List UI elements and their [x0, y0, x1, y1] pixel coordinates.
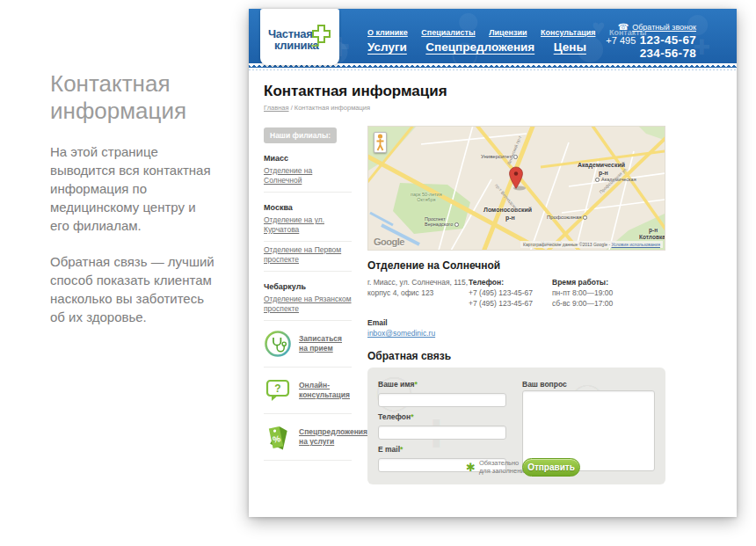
- branch-link-kurchatova[interactable]: Отделение на ул. Курчатова: [264, 212, 352, 242]
- callback-link[interactable]: Обратный звонок: [632, 23, 696, 32]
- pegman-icon: [374, 133, 386, 152]
- email-field-label: E mail*: [378, 445, 506, 454]
- branch-city-chebarkul: Чебаркуль: [264, 282, 352, 291]
- breadcrumb-home-link[interactable]: Главная: [264, 104, 289, 112]
- page-content: Контактная информация Главная / Контактн…: [249, 83, 737, 484]
- nav-consultation[interactable]: Консультация: [541, 28, 596, 37]
- question-bubble-icon: ?: [264, 376, 292, 404]
- department-section: Отделение на Солнечной г. Миасс, ул. Сол…: [367, 259, 665, 339]
- map-label-profsoyuznaya: Профсоюзная: [547, 215, 589, 220]
- map-label-akademichesky: Академический: [578, 162, 625, 168]
- map-label-akademichesky-rn: р-н: [599, 170, 608, 176]
- breadcrumb: Главная / Контактная информация: [264, 104, 722, 112]
- map-label-kotlovka-rn: р-н: [649, 227, 658, 233]
- breadcrumb-separator: /: [291, 104, 293, 112]
- map-attribution: Картографические данные ©2013 Google - У…: [520, 241, 663, 248]
- nav-licenses[interactable]: Лицензии: [489, 28, 527, 37]
- google-logo: Google: [374, 237, 404, 247]
- feedback-section: Обратная связь Ваше имя* Телефон* E mail…: [367, 350, 665, 484]
- submit-button[interactable]: Отправить: [522, 458, 580, 477]
- page-title: Контактная информация: [264, 83, 722, 100]
- nav-prices[interactable]: Цены: [554, 40, 586, 54]
- branches-header-badge: Наши филиалы:: [264, 127, 337, 143]
- callback-row: ☎Обратный звонок: [618, 22, 696, 32]
- nav-services[interactable]: Услуги: [367, 40, 407, 54]
- annotation-panel: Контактная информация На этой странице в…: [50, 70, 217, 326]
- site-header: Частная клиника О клинике Специалисты Ли…: [249, 9, 737, 69]
- map-label-park: парк 50-летияОктября: [411, 192, 442, 202]
- phone-input[interactable]: [378, 426, 506, 440]
- phone-number-2: 234-56-78: [640, 47, 696, 60]
- map-terms-link[interactable]: Условия использования: [612, 242, 661, 247]
- percent-tag-icon: %: [264, 423, 292, 451]
- nav-special-offers[interactable]: Спецпредложения: [425, 40, 534, 54]
- branch-city-miass: Миасс: [264, 154, 352, 163]
- name-field-label: Ваше имя*: [378, 380, 506, 389]
- main-column: Университет Академический р-н Академичес…: [367, 126, 665, 484]
- nav-specialists[interactable]: Специалисты: [421, 28, 475, 37]
- phone-prefix: +7 495: [606, 35, 636, 46]
- branch-link-ryazansky[interactable]: Отделение на Рязанском проспекте: [264, 291, 352, 321]
- required-asterisk-icon: ✱: [466, 461, 476, 474]
- logo[interactable]: Частная клиника: [260, 9, 339, 65]
- name-input[interactable]: [378, 393, 506, 407]
- metro-station-icon: [583, 215, 587, 220]
- phone-field-label: Телефон*: [378, 412, 506, 421]
- quick-link-special-offers-label[interactable]: Спецпредложения на услуги: [299, 427, 367, 447]
- department-title: Отделение на Солнечной: [367, 259, 665, 272]
- quick-link-appointment[interactable]: Записаться на прием: [264, 321, 352, 368]
- quick-link-online-consultation[interactable]: ? Онлайн-консультация: [264, 368, 352, 414]
- department-phones: Телефон: +7 (495) 123-45-67 +7 (495) 123…: [469, 277, 552, 309]
- map-label-lomonosovsky-rn: р-н: [505, 215, 515, 221]
- metro-station-icon: [454, 222, 459, 227]
- branch-link-pervy-prospekt[interactable]: Отделение на Первом проспекте: [264, 242, 352, 272]
- branches-sidebar: Наши филиалы: Миасс Отделение на Солнечн…: [264, 126, 352, 484]
- header-dotted-line: [249, 69, 737, 70]
- annotation-paragraph-2: Обратная связь — лучший способ показать …: [50, 252, 217, 326]
- annotation-paragraph-1: На этой странице выводится вся контактна…: [50, 142, 217, 235]
- medical-cross-icon: [311, 23, 334, 49]
- department-hours: Время работы: пн-пт 8:00—19:00 сб-вс 9:0…: [552, 277, 613, 309]
- quick-link-online-consultation-label[interactable]: Онлайн-консультация: [299, 381, 352, 400]
- department-email-link[interactable]: inbox@somedinic.ru: [367, 329, 435, 338]
- map-label-lomonosovsky: Ломоносовский: [483, 207, 532, 213]
- nav-about[interactable]: О клинике: [367, 28, 408, 37]
- question-mark-glyph: ?: [274, 382, 280, 395]
- pegman-control[interactable]: [374, 132, 387, 153]
- breadcrumb-current: Контактная информация: [294, 104, 370, 112]
- main-nav: Услуги Спецпредложения Цены: [367, 39, 601, 55]
- metro-station-icon: [595, 178, 600, 182]
- question-field-label: Ваш вопрос: [522, 380, 655, 389]
- phone-icon: ☎: [618, 22, 629, 32]
- branch-city-moscow: Москва: [264, 203, 352, 212]
- site-screenshot-card: Частная клиника О клинике Специалисты Ли…: [249, 9, 737, 517]
- map-label-kotlovka: Котловка: [639, 234, 665, 240]
- quick-link-special-offers[interactable]: % Спецпредложения на услуги: [264, 414, 352, 461]
- department-address: г. Миасс, ул. Солнечная, 115, корпус 4, …: [367, 277, 469, 309]
- phone-number-1: 123-45-67: [640, 33, 696, 47]
- required-note: ✱ Обязательнодля заполнения: [466, 459, 528, 475]
- quick-link-appointment-label[interactable]: Записаться на прием: [299, 334, 352, 353]
- google-map[interactable]: Университет Академический р-н Академичес…: [367, 126, 665, 251]
- screenshot-canvas: Контактная информация На этой странице в…: [0, 0, 756, 546]
- feedback-title: Обратная связь: [367, 350, 665, 362]
- department-email-block: Email inbox@somedinic.ru: [367, 317, 665, 339]
- stethoscope-icon: [264, 330, 292, 358]
- annotation-heading: Контактная информация: [50, 70, 217, 125]
- feedback-form-panel: Ваше имя* Телефон* E mail* Ваш вопрос: [367, 368, 665, 484]
- phone-numbers: +7 495 123-45-67 234-56-78: [606, 33, 696, 60]
- map-label-prospekt-vernadskogo: ПроспектВернадского: [425, 216, 461, 227]
- branch-link-solnechnaya[interactable]: Отделение на Солнечной: [264, 163, 352, 193]
